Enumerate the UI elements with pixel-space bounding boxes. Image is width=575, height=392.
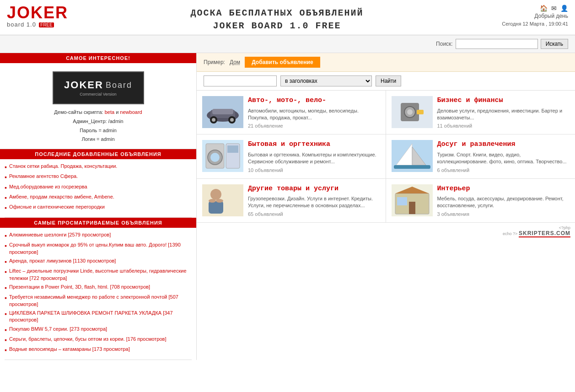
- content-search-button[interactable]: Найти: [376, 75, 401, 86]
- password-text: Пароль = admin: [80, 128, 117, 133]
- demo-info: Демо-сайты скрипта: beta и newboard Адми…: [5, 108, 192, 144]
- category-title-link[interactable]: Досуг и развлечения: [437, 140, 570, 149]
- recent-list-item: ▪Офисные и сантехнические перегородки: [5, 204, 192, 212]
- svg-point-27: [216, 199, 223, 203]
- category-cell: Другие товары и услуги Грузоперевозки. Д…: [197, 179, 386, 223]
- bullet-icon: ▪: [5, 294, 7, 302]
- category-title-link[interactable]: Авто-, мото-, вело-: [248, 96, 380, 105]
- bullet-icon: ▪: [5, 242, 7, 250]
- recent-header: ПОСЛЕДНИЕ ДОБАВЛЕННЫЕ ОБЪЯВЛЕНИЯ: [0, 149, 196, 159]
- demo-link-newboard[interactable]: newboard: [120, 109, 142, 115]
- svg-point-16: [210, 153, 220, 162]
- popular-item-link[interactable]: Водные велосипеды – катамараны [173 прос…: [9, 346, 130, 353]
- admin-center: Админ_Центр: /admin: [73, 118, 123, 124]
- svg-rect-7: [212, 109, 233, 114]
- category-description: Бытовая и оргтехника. Компьютеры и компл…: [248, 151, 380, 166]
- title-line1: ДОСКА БЕСПЛАТНЫХ ОБЪЯВЛЕНИЙ: [190, 8, 363, 18]
- recent-item-link[interactable]: Офисные и сантехнические перегородки: [9, 204, 105, 210]
- popular-item-link[interactable]: Презентации в Power Point, 3D, flash, ht…: [9, 284, 150, 290]
- login-text: Логин = admin: [81, 136, 114, 142]
- category-cell: Интерьер Мебель, посуда, аксессуары, дек…: [386, 179, 575, 223]
- recent-item-link[interactable]: Станок сетки рабица. Продажа, консультац…: [9, 163, 117, 170]
- banner-commercial-text: Commercial Version: [80, 92, 117, 97]
- demo-link-beta[interactable]: beta: [105, 109, 114, 115]
- svg-rect-25: [209, 201, 223, 214]
- recent-list-item: ▪Мед.оборудование из госрезерва: [5, 183, 192, 192]
- category-title-link[interactable]: Бизнес и финансы: [437, 96, 570, 105]
- svg-point-24: [210, 189, 221, 200]
- popular-item-link[interactable]: Серьги, браслеты, цепочки, бусы оптом из…: [9, 336, 167, 343]
- svg-rect-18: [227, 145, 238, 153]
- greeting-text: Добрый день: [486, 13, 568, 19]
- recent-item-link[interactable]: Мед.оборудование из госрезерва: [9, 183, 87, 190]
- search-input[interactable]: [456, 39, 538, 49]
- popular-list-item: ▪Серьги, браслеты, цепочки, бусы оптом и…: [5, 336, 192, 344]
- recent-list: ▪Станок сетки рабица. Продажа, консульта…: [0, 159, 196, 217]
- home-icon: [540, 5, 548, 12]
- svg-point-11: [407, 109, 413, 115]
- example-link[interactable]: Дом: [230, 59, 240, 65]
- add-announcement-button[interactable]: Добавить объявление: [245, 57, 320, 68]
- search-label: Поиск:: [436, 41, 453, 47]
- category-count: 21 объявление: [248, 123, 380, 129]
- bullet-icon: ▪: [5, 204, 7, 212]
- svg-rect-22: [394, 165, 430, 169]
- content-search-select[interactable]: в заголовкахв текстевезде: [280, 75, 372, 86]
- popular-list-item: ▪Liftec – дизельные погрузчики Linde, вы…: [5, 268, 192, 282]
- bullet-icon: ▪: [5, 326, 7, 334]
- recent-item-link[interactable]: Рекламное агентство Сфера.: [9, 173, 78, 180]
- popular-item-link[interactable]: Срочный выкуп иномарок до 95% от цены.Ку…: [9, 242, 192, 256]
- recent-item-link[interactable]: Амбене, продам лекарство амбене, Ambene.: [9, 193, 114, 200]
- category-image: [202, 96, 243, 128]
- category-cell: Досуг и развлечения Туризм. Спорт. Книги…: [386, 134, 575, 178]
- date-line: Сегодня 12 Марта , 19:00:41: [486, 21, 568, 27]
- recent-list-item: ▪Амбене, продам лекарство амбене, Ambene…: [5, 193, 192, 202]
- mail-icon: [551, 5, 557, 12]
- category-title-link[interactable]: Другие товары и услуги: [248, 184, 380, 193]
- category-description: Грузоперевозки. Дизайн. Услуги в интерне…: [248, 195, 380, 209]
- category-info: Интерьер Мебель, посуда, аксессуары, дек…: [437, 184, 570, 217]
- banner-joker-text: JOKER: [64, 79, 103, 91]
- category-description: Деловые услуги, предложения, инвестиции.…: [437, 107, 570, 122]
- popular-item-link[interactable]: Требуется независимый менеджер по работе…: [9, 294, 192, 308]
- header-right: Добрый день Сегодня 12 Марта , 19:00:41: [486, 5, 568, 27]
- popular-item-link[interactable]: Liftec – дизельные погрузчики Linde, выс…: [9, 268, 192, 282]
- sidebar: САМОЕ ИНТЕРЕСНОЕ! JOKER Board Commercial…: [0, 53, 197, 360]
- category-description: Мебель, посуда, аксессуары, декорировани…: [437, 195, 570, 209]
- bullet-icon: ▪: [5, 193, 7, 202]
- search-button[interactable]: Искать: [541, 39, 568, 49]
- popular-item-link[interactable]: Алюминиевые шезлонги [2579 просмотров]: [9, 231, 111, 238]
- title-line2: JOKER BOARD 1.0 FREE: [213, 21, 341, 31]
- bullet-icon: ▪: [5, 284, 7, 292]
- category-title-link[interactable]: Интерьер: [437, 184, 570, 193]
- popular-list-item: ▪Водные велосипеды – катамараны [173 про…: [5, 346, 192, 354]
- user-icon: [560, 5, 568, 12]
- category-count: 3 объявления: [437, 211, 570, 217]
- svg-point-26: [209, 199, 216, 203]
- categories-grid: Авто-, мото-, вело- Автомобили, мотоцикл…: [197, 91, 575, 223]
- category-description: Автомобили, мотоциклы, мопеды, велосипед…: [248, 107, 380, 122]
- popular-item-link[interactable]: Покупаю BMW 5,7 серии. [273 просмотра]: [9, 326, 107, 333]
- recent-list-item: ▪Станок сетки рабица. Продажа, консульта…: [5, 163, 192, 171]
- category-image: [392, 96, 433, 128]
- greeting-icons: [486, 5, 568, 12]
- category-image: [202, 140, 243, 172]
- header: JOKER board 1.0 FREE ДОСКА БЕСПЛАТНЫХ ОБ…: [0, 0, 575, 35]
- popular-list: ▪Алюминиевые шезлонги [2579 просмотров]▪…: [0, 228, 196, 360]
- category-info: Бытовая и оргтехника Бытовая и оргтехник…: [248, 140, 380, 172]
- content-search-input[interactable]: [204, 75, 277, 86]
- bullet-icon: ▪: [5, 163, 7, 171]
- category-cell: Авто-, мото-, вело- Автомобили, мотоцикл…: [197, 91, 386, 134]
- logo-joker: JOKER: [7, 5, 68, 21]
- svg-point-5: [212, 118, 215, 122]
- category-image: [392, 184, 433, 216]
- logo-area: JOKER board 1.0 FREE: [7, 5, 68, 28]
- category-info: Авто-, мото-, вело- Автомобили, мотоцикл…: [248, 96, 380, 129]
- joker-board-banner: JOKER Board Commercial Version: [53, 71, 144, 104]
- category-title-link[interactable]: Бытовая и оргтехника: [248, 140, 380, 149]
- bullet-icon: ▪: [5, 231, 7, 240]
- popular-item-link[interactable]: ЦИКЛЕВКА ПАРКЕТА ШЛИФОВКА РЕМОНТ ПАРКЕТА…: [9, 310, 192, 324]
- add-bar: Пример: Дом Добавить объявление: [197, 53, 575, 72]
- popular-item-link[interactable]: Аренда, прокат лимузинов [1130 просмотро…: [9, 258, 116, 264]
- popular-list-item: ▪Требуется независимый менеджер по работ…: [5, 294, 192, 308]
